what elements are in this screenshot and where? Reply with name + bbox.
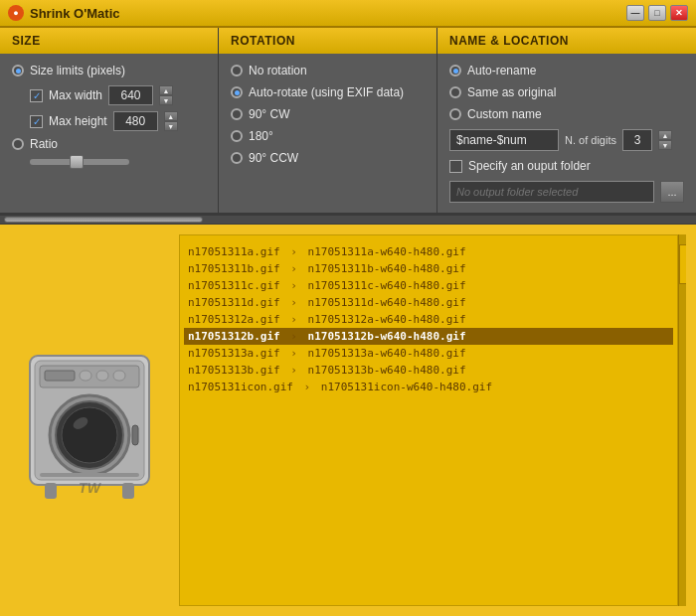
svg-point-9: [62, 407, 117, 463]
90cw-label: 90° CW: [249, 107, 289, 121]
custom-name-label: Custom name: [467, 107, 542, 121]
max-width-spinners: ▲ ▼: [159, 85, 173, 105]
list-item[interactable]: n17051311a.gif › n17051311a-w640-h480.gi…: [188, 243, 669, 260]
ratio-radio-input: [12, 138, 24, 150]
max-width-spin-up[interactable]: ▲: [159, 85, 173, 95]
name-panel-header: NAME & LOCATION: [437, 28, 696, 54]
name-panel-content: Auto-rename Same as original Custom name…: [437, 54, 696, 213]
svg-rect-6: [113, 371, 125, 381]
top-panels: SIZE Size limits (pixels) Max width ▲ ▼: [0, 28, 696, 215]
max-height-spin-down[interactable]: ▼: [164, 121, 178, 131]
main-container: SIZE Size limits (pixels) Max width ▲ ▼: [0, 28, 696, 616]
auto-rename-radio[interactable]: Auto-rename: [449, 64, 684, 77]
no-rotation-label: No rotation: [249, 64, 307, 77]
max-width-checkbox[interactable]: [30, 89, 43, 102]
file-list-container: n17051311a.gif › n17051311a-w640-h480.gi…: [179, 234, 686, 606]
maximize-button[interactable]: □: [648, 5, 666, 21]
svg-rect-14: [45, 483, 57, 499]
name-format-row: N. of digits ▲ ▼: [449, 129, 684, 151]
app-title: Shrink O'Matic: [30, 6, 620, 21]
ratio-slider-thumb[interactable]: [70, 155, 84, 169]
max-height-label: Max height: [49, 114, 107, 128]
auto-rename-label: Auto-rename: [467, 64, 536, 77]
max-height-spinners: ▲ ▼: [164, 111, 178, 131]
180-radio: [231, 130, 243, 142]
washer-icon: TW: [10, 234, 169, 606]
rotation-90cw[interactable]: 90° CW: [231, 107, 425, 121]
max-height-row: Max height ▲ ▼: [30, 111, 206, 131]
rotation-180[interactable]: 180°: [231, 129, 425, 143]
list-item[interactable]: n17051311b.gif › n17051311b-w640-h480.gi…: [188, 260, 669, 277]
svg-rect-5: [96, 371, 108, 381]
svg-rect-4: [80, 371, 91, 381]
list-item[interactable]: n17051313a.gif › n17051313a-w640-h480.gi…: [188, 345, 669, 362]
no-rotation-radio: [231, 65, 243, 77]
svg-rect-15: [122, 483, 134, 499]
size-limits-label: Size limits (pixels): [30, 64, 125, 77]
same-as-original-radio[interactable]: Same as original: [449, 85, 684, 99]
svg-text:TW: TW: [79, 480, 102, 496]
washing-machine-svg: TW: [15, 336, 164, 505]
180-label: 180°: [249, 129, 273, 143]
list-item[interactable]: n17051312a.gif › n17051312a-w640-h480.gi…: [188, 311, 669, 328]
file-list[interactable]: n17051311a.gif › n17051311a-w640-h480.gi…: [179, 234, 678, 606]
minimize-button[interactable]: —: [626, 5, 644, 21]
same-as-original-label: Same as original: [467, 85, 556, 99]
auto-rotate-radio: [231, 86, 243, 98]
size-panel-content: Size limits (pixels) Max width ▲ ▼ Max h…: [0, 54, 218, 175]
close-button[interactable]: ✕: [670, 5, 688, 21]
size-panel: SIZE Size limits (pixels) Max width ▲ ▼: [0, 28, 219, 213]
max-width-input[interactable]: [108, 85, 153, 105]
scroll-area: [0, 215, 696, 225]
digits-spin-up[interactable]: ▲: [658, 130, 672, 140]
ratio-radio[interactable]: Ratio: [12, 137, 206, 151]
list-item[interactable]: n17051311c.gif › n17051311c-w640-h480.gi…: [188, 277, 669, 294]
size-limits-radio-input: [12, 65, 24, 77]
custom-name-radio-input: [449, 108, 461, 120]
max-height-input[interactable]: [113, 111, 158, 131]
custom-name-radio[interactable]: Custom name: [449, 107, 684, 121]
ratio-label: Ratio: [30, 137, 58, 151]
bottom-area: TW n17051311a.gif › n17051311a-w640-h480…: [0, 225, 696, 616]
90cw-radio: [231, 108, 243, 120]
list-item[interactable]: n17051311d.gif › n17051311d-w640-h480.gi…: [188, 294, 669, 311]
size-panel-header: SIZE: [0, 28, 218, 54]
name-format-input[interactable]: [449, 129, 559, 151]
max-width-spin-down[interactable]: ▼: [159, 95, 173, 105]
list-item[interactable]: n1705131icon.gif › n1705131icon-w640-h48…: [188, 379, 669, 395]
ratio-slider-track: [30, 159, 129, 165]
rotation-panel-content: No rotation Auto-rotate (using EXIF data…: [219, 54, 436, 183]
90ccw-label: 90° CCW: [249, 151, 298, 165]
scrollbar-thumb[interactable]: [679, 244, 686, 284]
window-controls: — □ ✕: [626, 5, 688, 21]
app-icon: ●: [8, 5, 24, 21]
max-width-row: Max width ▲ ▼: [30, 85, 206, 105]
same-as-original-radio-input: [449, 86, 461, 98]
size-limits-radio[interactable]: Size limits (pixels): [12, 64, 206, 77]
auto-rotate-label: Auto-rotate (using EXIF data): [249, 85, 404, 99]
vertical-scrollbar[interactable]: [678, 234, 686, 606]
list-item[interactable]: n17051312b.gif › n17051312b-w640-h480.gi…: [184, 328, 673, 345]
rotation-90ccw[interactable]: 90° CCW: [231, 151, 425, 165]
max-width-label: Max width: [49, 88, 102, 102]
folder-row: ...: [449, 181, 684, 203]
max-height-spin-up[interactable]: ▲: [164, 111, 178, 121]
rotation-no-rotation[interactable]: No rotation: [231, 64, 425, 77]
folder-browse-button[interactable]: ...: [660, 181, 684, 203]
specify-folder-checkbox[interactable]: [449, 160, 462, 173]
digits-spinners: ▲ ▼: [658, 130, 672, 150]
digits-spin-down[interactable]: ▼: [658, 140, 672, 150]
rotation-panel: ROTATION No rotation Auto-rotate (using …: [219, 28, 437, 213]
90ccw-radio: [231, 152, 243, 164]
auto-rename-radio-input: [449, 65, 461, 77]
list-item[interactable]: n17051313b.gif › n17051313b-w640-h480.gi…: [188, 362, 669, 379]
digits-label: N. of digits: [565, 134, 616, 146]
rotation-auto-rotate[interactable]: Auto-rotate (using EXIF data): [231, 85, 425, 99]
svg-rect-3: [45, 371, 75, 381]
svg-rect-11: [132, 425, 138, 445]
folder-input[interactable]: [449, 181, 654, 203]
rotation-panel-header: ROTATION: [219, 28, 436, 54]
max-height-checkbox[interactable]: [30, 115, 43, 128]
horizontal-scrollbar[interactable]: [4, 217, 203, 223]
digits-input[interactable]: [622, 129, 652, 151]
